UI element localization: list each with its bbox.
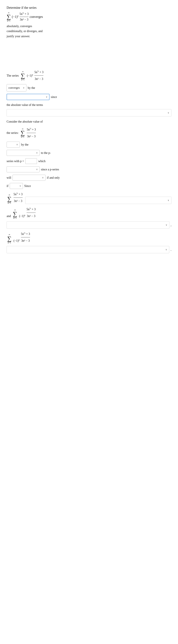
series-with-p-label: series with p = (6, 158, 24, 164)
which-label: which (38, 158, 46, 164)
solution-row-14: ∞ ∑ n=1 5n½ + 3 3n² − 3 ∨ (6, 191, 172, 204)
intro-text: The series (6, 72, 19, 78)
comma-label: , (171, 222, 172, 228)
sigma-symbol: ∑ (6, 14, 11, 20)
solution-block: The series ∞ ∑ n=1 (−1)n 5n½ + 3 3n² − 3… (6, 65, 172, 257)
problem-block: Determine if the series ∞ ∑ n=1 (−1)n 5n… (6, 5, 172, 39)
terms-collapsible-arrow: ∨ (168, 112, 169, 114)
final-collapsible[interactable]: ∨ (6, 246, 169, 253)
sol-denominator: 3n² − 3 (35, 76, 43, 82)
alt-fraction: 5n½ + 3 3n² − 3 (27, 206, 36, 219)
alt-sigma: ∞ ∑ n=1 (13, 209, 17, 219)
the-series-label: the series: (6, 130, 18, 136)
converges-word: converges (29, 14, 43, 19)
sigma-notation: ∞ ∑ n=1 (6, 12, 11, 22)
solution-sigma: ∞ ∑ n=1 (21, 70, 25, 81)
abs-series-collapsible[interactable]: ∨ (25, 197, 172, 204)
base-term: (−1)n (12, 14, 19, 19)
converges-dropdown-value: converges (8, 85, 22, 91)
if-label: if (6, 183, 8, 189)
solution-row-11: ∨ since a p-series (6, 166, 172, 172)
abs-denominator: 3n² − 3 (27, 133, 36, 139)
solution-row-7: the series: ∞ ∑ n=1 5n½ + 3 3n² − 3 (6, 126, 172, 139)
problem-series: ∞ ∑ n=1 (−1)n 5n½ + 3 3n² − 3 converges (6, 12, 172, 22)
solution-row-10: series with p = which (6, 158, 172, 164)
test-selector-arrow: ∨ (46, 95, 48, 99)
solution-row-18: ∨ . (6, 246, 172, 253)
solution-row-6: Consider the absolute value of (6, 119, 172, 124)
abs-series-lower: n=1 (8, 202, 11, 204)
solution-row-8: ∨ by the (6, 142, 172, 148)
sol-sigma-symbol: ∑ (21, 72, 25, 78)
p-value-input[interactable] (25, 158, 37, 164)
final-sigma: ∞ ∑ n=1 (7, 234, 11, 244)
terms-collapsible[interactable]: ∨ (6, 109, 172, 116)
will-selector[interactable]: ∨ (12, 175, 46, 181)
which-selector[interactable]: ∨ (6, 166, 40, 172)
if-selector-arrow: ∨ (19, 184, 21, 188)
denominator: 3n² − 3 (20, 17, 28, 22)
abs-series-sigma-symbol: ∑ (7, 196, 11, 202)
converges-dropdown[interactable]: converges ∨ (6, 84, 26, 92)
alt-numerator: 5n½ + 3 (27, 206, 36, 213)
abs-fraction: 5n½ + 3 3n² − 3 (27, 126, 36, 139)
solution-row-2: converges ∨ by the (6, 84, 172, 92)
alt-series-collapsible-arrow: ∨ (166, 223, 167, 227)
abs-sigma-symbol: ∑ (20, 130, 25, 136)
numerator: 5n½ + 3 (19, 12, 28, 17)
solution-row-16: ∨ , (6, 221, 172, 228)
solution-row-12: will ∨ if and only (6, 175, 172, 181)
final-denominator: 3n² − 3 (21, 238, 30, 244)
alt-sigma-symbol: ∑ (13, 211, 17, 217)
abs-series-numerator: 5n½ + 3 (13, 191, 23, 198)
since-p-series-label: since a p-series (41, 166, 59, 172)
final-collapsible-arrow: ∨ (166, 248, 167, 252)
final-sum-lower: n=1 (8, 242, 11, 244)
if-and-only-label: if and only (47, 175, 60, 181)
alt-denominator: 3n² − 3 (27, 213, 35, 219)
sol-base-term: (−1)n (27, 72, 33, 78)
alt-sum-lower: n=1 (13, 217, 17, 219)
which-selector-arrow: ∨ (36, 167, 38, 172)
sol-numerator: 5n½ + 3 (34, 69, 43, 76)
fraction-term: 5n½ + 3 3n² − 3 (19, 12, 28, 22)
alt-series-collapsible[interactable]: ∨ (6, 221, 170, 228)
test-selector-dropdown[interactable]: ∨ (6, 94, 50, 100)
comparison-selector[interactable]: ∨ (6, 150, 40, 156)
num-exp: ½ (22, 12, 24, 14)
abs-numerator: 5n½ + 3 (27, 126, 36, 133)
solution-row-13: if ∨ Since (6, 183, 172, 189)
problem-title: Determine if the series (6, 5, 172, 10)
by-the-selector[interactable]: ∨ (6, 142, 20, 148)
exponent-n: n (17, 15, 18, 17)
final-fraction: 5n½ + 3 3n² − 3 (21, 231, 30, 244)
abs-series-collapsible-arrow: ∨ (168, 198, 169, 202)
abs-series-denominator: 3n² − 3 (14, 198, 22, 204)
to-the-p-label: to the p- (41, 150, 51, 156)
sol-sum-lower: n=1 (21, 78, 24, 81)
final-period: . (171, 246, 172, 253)
if-selector[interactable]: ∨ (10, 183, 23, 189)
solution-row-9: ∨ to the p- (6, 150, 172, 156)
abs-value-text: the absolute value of the terms (6, 102, 43, 108)
by-the-selector-arrow: ∨ (16, 142, 18, 147)
solution-row-3: ∨ since (6, 94, 172, 100)
sol-fraction: 5n½ + 3 3n² − 3 (34, 69, 43, 82)
abs-sum-lower: n=1 (21, 136, 24, 138)
will-label: will (6, 175, 11, 181)
problem-description: absolutely, converges conditionally, or … (6, 24, 172, 39)
will-selector-arrow: ∨ (42, 176, 44, 180)
by-the-label: by the (28, 85, 35, 91)
abs-series-sigma: ∞ ∑ n=1 (7, 194, 11, 204)
final-sigma-symbol: ∑ (7, 236, 11, 242)
final-base-term: (−1)n (13, 238, 20, 244)
solution-row-17: ∞ ∑ n=1 (−1)n 5n½ + 3 3n² − 3 (6, 231, 172, 244)
abs-series-fraction: 5n½ + 3 3n² − 3 (13, 191, 23, 204)
solution-row-15: and ∞ ∑ n=1 (−1)n 5n½ + 3 3n² − 3 (6, 206, 172, 219)
comparison-selector-arrow: ∨ (36, 151, 38, 155)
converges-dropdown-arrow: ∨ (23, 86, 25, 90)
problem-title-text: Determine if the series (6, 6, 37, 10)
since2-label: Since (24, 183, 31, 189)
solution-row-1: The series ∞ ∑ n=1 (−1)n 5n½ + 3 3n² − 3 (6, 69, 172, 82)
final-numerator: 5n½ + 3 (21, 231, 30, 238)
